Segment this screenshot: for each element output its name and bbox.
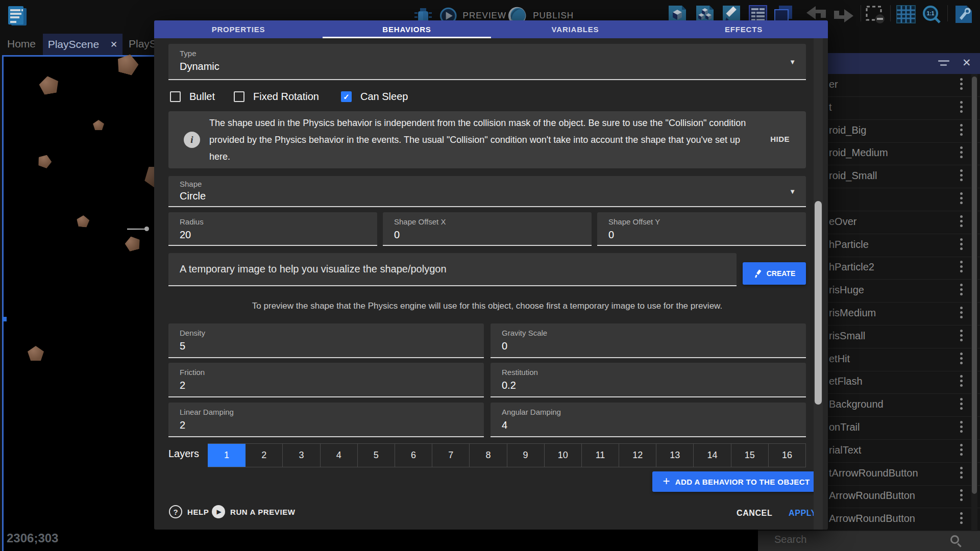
item-menu-icon[interactable] bbox=[960, 192, 963, 204]
project-settings-icon[interactable] bbox=[953, 5, 974, 24]
type-value: Dynamic bbox=[180, 61, 219, 72]
layer-option-15[interactable]: 15 bbox=[731, 444, 769, 467]
layer-option-5[interactable]: 5 bbox=[358, 444, 395, 467]
asteroid-sprite[interactable] bbox=[124, 235, 142, 253]
item-menu-icon[interactable] bbox=[960, 261, 963, 272]
instance-handle-line[interactable] bbox=[127, 229, 146, 230]
redo-icon[interactable] bbox=[832, 5, 855, 24]
run-preview-button[interactable]: ▶ RUN A PREVIEW bbox=[212, 505, 296, 518]
item-menu-icon[interactable] bbox=[960, 101, 963, 113]
tab-behaviors[interactable]: BEHAVIORS bbox=[323, 20, 491, 38]
checkbox-icon[interactable]: ✓ bbox=[234, 91, 244, 102]
checkbox-icon[interactable]: ✓ bbox=[170, 91, 181, 102]
temp-image-field[interactable]: A temporary image to help you visualize … bbox=[168, 253, 737, 286]
gravity-scale-field[interactable]: Gravity Scale 0 bbox=[491, 323, 806, 358]
selection-edge-handle[interactable] bbox=[2, 317, 7, 321]
asteroid-sprite[interactable] bbox=[93, 120, 104, 130]
plus-icon: + bbox=[663, 474, 670, 488]
angular-damping-field[interactable]: Angular Damping 4 bbox=[491, 403, 806, 437]
radius-field[interactable]: Radius 20 bbox=[168, 212, 377, 246]
layer-option-3[interactable]: 3 bbox=[283, 444, 320, 467]
tab-playscene[interactable]: PlayScene ✕ bbox=[43, 34, 122, 55]
hide-button[interactable]: HIDE bbox=[770, 135, 790, 143]
restitution-field[interactable]: Restitution 0.2 bbox=[491, 363, 806, 397]
type-dropdown[interactable]: Type Dynamic ▼ bbox=[168, 44, 806, 80]
item-menu-icon[interactable] bbox=[960, 489, 963, 501]
tab-effects[interactable]: EFFECTS bbox=[659, 20, 828, 38]
layers-options: 12345678910111213141516 bbox=[208, 443, 806, 467]
cancel-button[interactable]: CANCEL bbox=[737, 509, 772, 518]
item-menu-icon[interactable] bbox=[960, 444, 963, 456]
create-button[interactable]: CREATE bbox=[743, 262, 806, 285]
tab-playscene2[interactable]: PlayS bbox=[129, 38, 154, 50]
checkbox-icon[interactable]: ✓ bbox=[341, 91, 352, 102]
shape-dropdown[interactable]: Shape Circle ▼ bbox=[168, 176, 806, 207]
instance-handle-dot[interactable] bbox=[144, 227, 149, 231]
item-menu-icon[interactable] bbox=[960, 307, 963, 318]
object-name: risSmall bbox=[829, 330, 865, 342]
item-menu-icon[interactable] bbox=[960, 215, 963, 227]
density-field[interactable]: Density 5 bbox=[168, 323, 484, 358]
linear-damping-field[interactable]: Linear Damping 2 bbox=[168, 403, 484, 437]
item-menu-icon[interactable] bbox=[960, 169, 963, 181]
add-behavior-button[interactable]: + ADD A BEHAVIOR TO THE OBJECT bbox=[652, 471, 820, 492]
layer-option-12[interactable]: 12 bbox=[619, 444, 656, 467]
panel-close-icon[interactable]: ✕ bbox=[962, 57, 971, 69]
asteroid-sprite[interactable] bbox=[115, 52, 141, 77]
layer-option-11[interactable]: 11 bbox=[582, 444, 619, 467]
asteroid-sprite[interactable] bbox=[28, 346, 44, 361]
asteroid-sprite[interactable] bbox=[76, 215, 90, 228]
asteroid-sprite[interactable] bbox=[38, 74, 60, 95]
item-menu-icon[interactable] bbox=[960, 146, 963, 158]
item-menu-icon[interactable] bbox=[960, 78, 963, 90]
apply-button[interactable]: APPLY bbox=[789, 509, 817, 518]
layer-option-10[interactable]: 10 bbox=[545, 444, 582, 467]
layer-option-2[interactable]: 2 bbox=[246, 444, 283, 467]
item-menu-icon[interactable] bbox=[960, 421, 963, 433]
layer-option-9[interactable]: 9 bbox=[507, 444, 545, 467]
item-menu-icon[interactable] bbox=[960, 330, 963, 341]
layer-option-13[interactable]: 13 bbox=[656, 444, 694, 467]
help-button[interactable]: ? HELP bbox=[169, 505, 209, 518]
tab-properties[interactable]: PROPERTIES bbox=[154, 20, 323, 38]
layer-option-1[interactable]: 1 bbox=[208, 444, 246, 467]
item-menu-icon[interactable] bbox=[960, 398, 963, 410]
item-menu-icon[interactable] bbox=[960, 353, 963, 364]
layer-option-8[interactable]: 8 bbox=[470, 444, 507, 467]
dialog-scrollbar-thumb[interactable] bbox=[815, 201, 822, 405]
restitution-label: Restitution bbox=[502, 368, 538, 377]
search-input[interactable] bbox=[773, 533, 937, 546]
asteroid-sprite[interactable] bbox=[36, 153, 54, 169]
main-menu-icon[interactable] bbox=[6, 4, 29, 28]
shape-offset-x-field[interactable]: Shape Offset X 0 bbox=[383, 212, 592, 246]
bullet-checkbox[interactable]: ✓ Bullet bbox=[170, 91, 215, 103]
layer-option-16[interactable]: 16 bbox=[769, 444, 806, 467]
filter-icon[interactable] bbox=[938, 60, 949, 68]
layer-option-7[interactable]: 7 bbox=[432, 444, 470, 467]
friction-field[interactable]: Friction 2 bbox=[168, 363, 484, 397]
object-name: eOver bbox=[829, 216, 856, 228]
tab-variables[interactable]: VARIABLES bbox=[491, 20, 659, 38]
tab-close-icon[interactable]: ✕ bbox=[110, 39, 117, 50]
tab-home[interactable]: Home bbox=[7, 38, 36, 50]
item-menu-icon[interactable] bbox=[960, 375, 963, 387]
item-menu-icon[interactable] bbox=[960, 124, 963, 136]
run-preview-label: RUN A PREVIEW bbox=[230, 508, 296, 516]
angular-damping-label: Angular Damping bbox=[502, 408, 561, 416]
item-menu-icon[interactable] bbox=[960, 284, 963, 295]
layer-option-6[interactable]: 6 bbox=[395, 444, 432, 467]
item-menu-icon[interactable] bbox=[960, 467, 963, 479]
fixed-rotation-checkbox[interactable]: ✓ Fixed Rotation bbox=[234, 91, 319, 103]
zoom-1-1-icon[interactable]: 1:1 bbox=[921, 5, 943, 24]
panel-scrollbar-thumb[interactable] bbox=[972, 77, 977, 494]
shape-value: Circle bbox=[180, 190, 206, 202]
shape-offset-y-field[interactable]: Shape Offset Y 0 bbox=[597, 212, 806, 246]
grid-icon[interactable] bbox=[896, 5, 916, 24]
deselect-marquee-icon[interactable] bbox=[865, 5, 885, 24]
layer-option-14[interactable]: 14 bbox=[694, 444, 731, 467]
shape-offset-x-value: 0 bbox=[394, 229, 400, 241]
item-menu-icon[interactable] bbox=[960, 512, 963, 524]
layer-option-4[interactable]: 4 bbox=[321, 444, 358, 467]
item-menu-icon[interactable] bbox=[960, 238, 963, 250]
can-sleep-checkbox[interactable]: ✓ Can Sleep bbox=[341, 91, 408, 103]
